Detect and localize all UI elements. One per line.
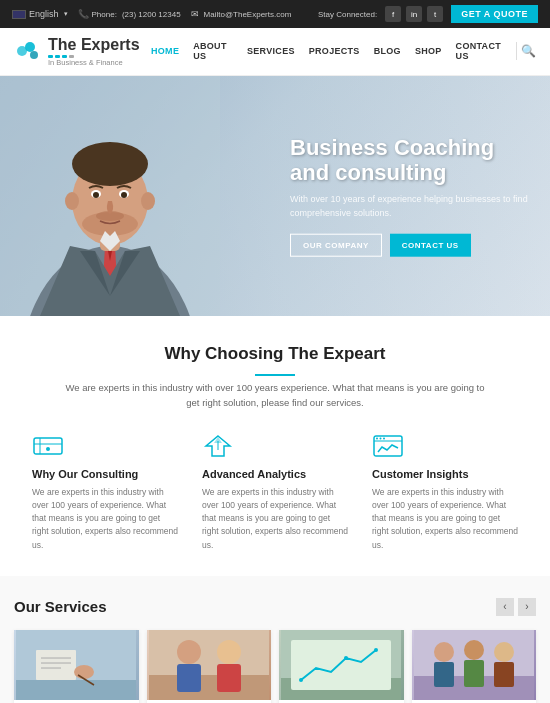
why-card-title-3: Customer Insights — [372, 468, 518, 480]
main-nav: HOME ABOUT US SERVICES PROJECTS BLOG SHO… — [144, 37, 512, 65]
svg-point-41 — [177, 640, 201, 664]
svg-point-17 — [93, 192, 99, 198]
language-label: English — [29, 9, 59, 19]
service-card-growth: Service #1 Business Growth The process o… — [412, 630, 537, 703]
why-card-desc-2: We are experts in this industry with ove… — [202, 486, 348, 552]
service-card-organization: Service #4 Organization We help business… — [279, 630, 404, 703]
linkedin-icon[interactable]: in — [406, 6, 422, 22]
hero-title: Business Coaching and consulting — [290, 134, 530, 185]
nav-contact[interactable]: CONTACT US — [449, 37, 512, 65]
chevron-down-icon: ▾ — [64, 10, 68, 18]
logo-subtitle: In Business & Finance — [48, 58, 140, 67]
phone-info: 📞 Phone: (23) 1200 12345 — [78, 9, 181, 19]
svg-point-43 — [217, 640, 241, 664]
svg-point-28 — [376, 437, 378, 439]
analytics-icon — [202, 432, 238, 460]
top-bar-left: English ▾ 📞 Phone: (23) 1200 12345 ✉ Mai… — [12, 9, 291, 19]
service-image-1 — [14, 630, 139, 700]
email-address: Mailto@TheExperts.com — [204, 10, 292, 19]
logo: The Experts In Business & Finance — [14, 36, 144, 67]
nav-projects[interactable]: PROJECTS — [302, 42, 367, 60]
phone-number: (23) 1200 12345 — [122, 10, 181, 19]
twitter-icon[interactable]: t — [427, 6, 443, 22]
svg-rect-56 — [464, 660, 484, 687]
hero-person-svg — [0, 76, 220, 316]
svg-point-1 — [25, 42, 35, 52]
facebook-icon[interactable]: f — [385, 6, 401, 22]
services-navigation: ‹ › — [496, 598, 536, 616]
svg-point-37 — [74, 665, 94, 679]
svg-point-49 — [344, 656, 348, 660]
contact-us-button[interactable]: CONTACT US — [390, 234, 471, 257]
svg-point-53 — [434, 642, 454, 662]
svg-rect-32 — [16, 680, 136, 700]
services-header: Our Services ‹ › — [14, 598, 536, 616]
social-links[interactable]: f in t — [385, 6, 443, 22]
services-cards-container: Service #2 Sustainability When it comes … — [14, 630, 536, 703]
svg-rect-58 — [494, 662, 514, 687]
svg-rect-40 — [149, 675, 269, 700]
services-title: Our Services — [14, 598, 107, 615]
svg-rect-47 — [291, 640, 391, 690]
hero-person-area — [0, 76, 286, 316]
service-image-4 — [412, 630, 537, 700]
svg-point-50 — [374, 648, 378, 652]
nav-blog[interactable]: BLOG — [367, 42, 408, 60]
search-icon[interactable]: 🔍 — [521, 44, 536, 58]
mail-icon: ✉ — [191, 9, 199, 19]
why-card-desc-1: We are experts in this industry with ove… — [32, 486, 178, 552]
why-cards-container: Why Our Consulting We are experts in thi… — [20, 432, 530, 552]
why-section: Why Choosing The Expeart We are experts … — [0, 316, 550, 576]
service-card-performance: Service #3 Performance In a contract, pe… — [147, 630, 272, 703]
consulting-icon — [32, 432, 68, 460]
hero-buttons: OUR COMPANY CONTACT US — [290, 234, 530, 257]
svg-point-2 — [30, 51, 38, 59]
why-description: We are experts in this industry with ove… — [65, 380, 485, 410]
svg-rect-42 — [177, 664, 201, 692]
stay-connected-label: Stay Connected: — [318, 10, 377, 19]
nav-about[interactable]: ABOUT US — [186, 37, 240, 65]
services-next-button[interactable]: › — [518, 598, 536, 616]
svg-point-22 — [46, 447, 50, 451]
svg-rect-44 — [217, 664, 241, 692]
language-selector[interactable]: English ▾ — [12, 9, 68, 19]
svg-point-55 — [464, 640, 484, 660]
svg-point-30 — [383, 437, 385, 439]
flag-icon — [12, 10, 26, 19]
svg-point-10 — [72, 142, 148, 186]
hero-content: Business Coaching and consulting With ov… — [290, 134, 530, 257]
service-image-2 — [147, 630, 272, 700]
phone-icon: 📞 — [78, 9, 89, 19]
why-card-title-1: Why Our Consulting — [32, 468, 178, 480]
top-bar-right: Stay Connected: f in t GET A QUOTE — [318, 5, 538, 23]
svg-rect-19 — [34, 438, 62, 454]
svg-rect-54 — [434, 662, 454, 687]
service-img-svg-2 — [149, 630, 269, 700]
why-card-desc-3: We are experts in this industry with ove… — [372, 486, 518, 552]
why-title: Why Choosing The Expeart — [20, 344, 530, 364]
services-prev-button[interactable]: ‹ — [496, 598, 514, 616]
svg-point-57 — [494, 642, 514, 662]
get-quote-button[interactable]: GET A QUOTE — [451, 5, 538, 23]
hero-subtitle: With over 10 years of experience helping… — [290, 193, 530, 220]
service-img-svg-1 — [16, 630, 136, 700]
services-section: Our Services ‹ › — [0, 576, 550, 703]
title-divider — [255, 374, 295, 376]
nav-services[interactable]: SERVICES — [240, 42, 302, 60]
nav-shop[interactable]: SHOP — [408, 42, 449, 60]
service-img-svg-3 — [281, 630, 401, 700]
svg-point-18 — [121, 192, 127, 198]
phone-label: Phone: — [92, 10, 117, 19]
service-image-3 — [279, 630, 404, 700]
logo-text: The Experts In Business & Finance — [48, 36, 140, 67]
hero-section: Business Coaching and consulting With ov… — [0, 76, 550, 316]
top-bar: English ▾ 📞 Phone: (23) 1200 12345 ✉ Mai… — [0, 0, 550, 28]
why-card-insights: Customer Insights We are experts in this… — [360, 432, 530, 552]
nav-divider — [516, 42, 517, 60]
svg-point-11 — [65, 192, 79, 210]
why-card-consulting: Why Our Consulting We are experts in thi… — [20, 432, 190, 552]
service-img-svg-4 — [414, 630, 534, 700]
nav-home[interactable]: HOME — [144, 42, 186, 60]
our-company-button[interactable]: OUR COMPANY — [290, 234, 382, 257]
header: The Experts In Business & Finance HOME A… — [0, 28, 550, 76]
